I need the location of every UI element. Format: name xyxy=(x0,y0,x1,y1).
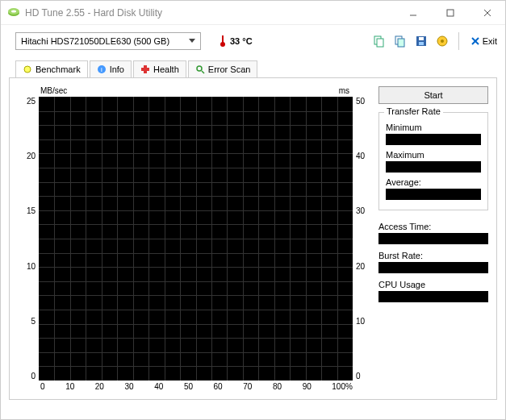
tab-label: Error Scan xyxy=(208,64,251,74)
svg-rect-12 xyxy=(398,39,404,47)
app-window: HD Tune 2.55 - Hard Disk Utility Hitachi… xyxy=(0,0,506,420)
window-buttons xyxy=(402,5,499,21)
svg-line-26 xyxy=(202,71,204,73)
tab-content: MB/sec ms 2520151050 50403020100 0102030… xyxy=(9,77,497,400)
chart-body: 2520151050 50403020100 xyxy=(18,97,372,380)
chart-area: MB/sec ms 2520151050 50403020100 0102030… xyxy=(18,86,372,391)
svg-point-25 xyxy=(197,66,202,71)
copy-info-button[interactable] xyxy=(371,33,387,49)
stat-label-average: Average: xyxy=(386,177,481,187)
stat-label-minimum: Minimum xyxy=(386,123,481,132)
stat-value-maximum xyxy=(386,161,481,173)
tab-health[interactable]: Health xyxy=(133,60,186,77)
chart-plot xyxy=(39,97,353,380)
tab-benchmark[interactable]: Benchmark xyxy=(15,60,88,77)
info-icon: i xyxy=(97,64,107,74)
tab-label: Health xyxy=(153,64,179,74)
svg-point-8 xyxy=(220,42,225,47)
drive-select-value: Hitachi HDS721050DLE630 (500 GB) xyxy=(21,36,169,46)
temperature-display: 33 °C xyxy=(219,35,253,48)
chart-axis-labels: MB/sec ms xyxy=(18,86,372,97)
exit-button[interactable]: Exit xyxy=(467,35,500,48)
stat-value-cpu xyxy=(378,291,488,302)
chevron-down-icon xyxy=(189,39,195,44)
title-bar: HD Tune 2.55 - Hard Disk Utility xyxy=(1,1,505,25)
stat-label-burst: Burst Rate: xyxy=(378,251,488,260)
window-title: HD Tune 2.55 - Hard Disk Utility xyxy=(25,7,402,19)
svg-point-2 xyxy=(11,10,16,12)
svg-text:i: i xyxy=(101,66,102,73)
stat-value-access xyxy=(378,233,488,244)
app-icon xyxy=(7,6,20,19)
tab-info[interactable]: i Info xyxy=(90,60,132,77)
svg-rect-24 xyxy=(141,68,149,71)
temperature-value: 33 °C xyxy=(230,36,253,46)
svg-point-17 xyxy=(441,40,444,43)
toolbar-separator xyxy=(458,32,459,50)
x-axis: 0102030405060708090100% xyxy=(18,380,353,391)
stat-value-minimum xyxy=(386,134,481,145)
svg-rect-15 xyxy=(419,42,424,45)
svg-rect-14 xyxy=(419,37,424,40)
exit-icon xyxy=(470,36,480,46)
stat-label-access: Access Time: xyxy=(378,222,488,231)
toolbar: Hitachi HDS721050DLE630 (500 GB) 33 °C E… xyxy=(1,25,505,57)
toolbar-icons: Exit xyxy=(371,32,500,50)
y-left-label: MB/sec xyxy=(40,86,67,95)
y-axis-right: 50403020100 xyxy=(353,97,372,380)
tab-errorscan[interactable]: Error Scan xyxy=(188,60,258,77)
maximize-button[interactable] xyxy=(439,5,462,21)
exit-label: Exit xyxy=(483,36,497,46)
stat-value-burst xyxy=(378,262,488,273)
options-button[interactable] xyxy=(434,33,450,49)
close-button[interactable] xyxy=(476,5,499,21)
search-icon xyxy=(195,64,205,74)
tab-label: Info xyxy=(110,64,124,74)
svg-rect-4 xyxy=(447,10,454,16)
save-button[interactable] xyxy=(413,33,429,49)
svg-point-20 xyxy=(24,66,31,73)
group-title: Transfer Rate xyxy=(384,106,443,116)
copy-screenshot-button[interactable] xyxy=(392,33,408,49)
stat-label-maximum: Maximum xyxy=(386,150,481,160)
svg-rect-10 xyxy=(377,39,383,47)
transfer-rate-group: Transfer Rate Minimum Maximum Average: xyxy=(378,112,488,210)
stat-label-cpu: CPU Usage xyxy=(378,280,488,289)
tab-label: Benchmark xyxy=(36,64,81,74)
drive-select[interactable]: Hitachi HDS721050DLE630 (500 GB) xyxy=(15,32,201,50)
health-icon xyxy=(140,64,150,74)
start-button[interactable]: Start xyxy=(378,86,488,104)
y-right-label: ms xyxy=(339,86,349,95)
tab-bar: Benchmark i Info Health Error Scan xyxy=(1,57,505,77)
minimize-button[interactable] xyxy=(402,5,424,21)
benchmark-icon xyxy=(23,64,32,74)
side-panel: Start Transfer Rate Minimum Maximum Aver… xyxy=(378,86,488,391)
thermometer-icon xyxy=(219,35,227,48)
y-axis-left: 2520151050 xyxy=(18,97,39,380)
stat-value-average xyxy=(386,189,481,200)
